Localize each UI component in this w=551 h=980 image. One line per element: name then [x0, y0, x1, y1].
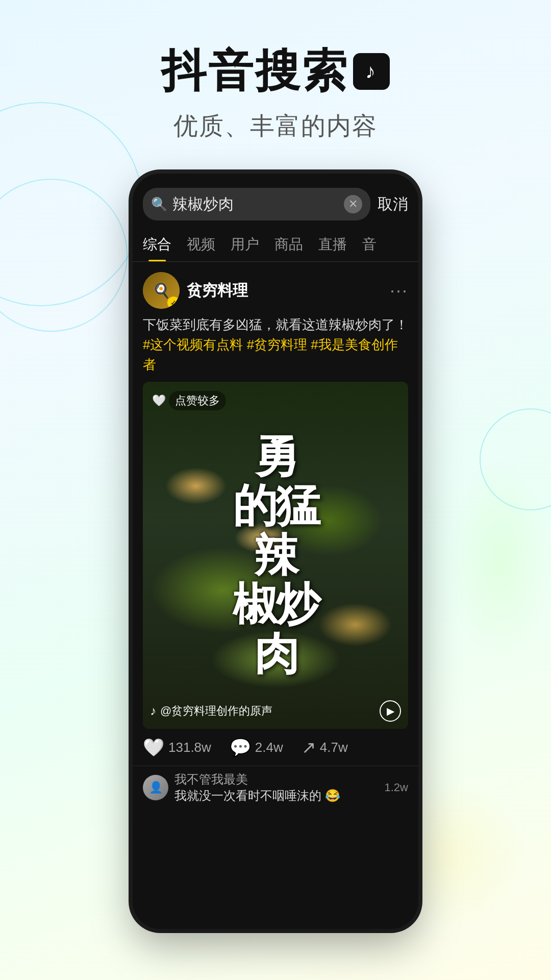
video-text-overlay: 勇的猛辣椒炒肉	[233, 432, 318, 679]
verified-badge: ✓	[167, 297, 180, 309]
comment-preview: 👤 我不管我最美 我就没一次看时不咽唾沫的 😂 1.2w	[133, 766, 418, 816]
search-bar[interactable]: 🔍 辣椒炒肉 ✕	[143, 188, 370, 220]
search-bar-container: 🔍 辣椒炒肉 ✕ 取消	[133, 174, 418, 227]
phone-mockup: 🔍 辣椒炒肉 ✕ 取消 综合 视频 用户 商品 直播 音	[133, 174, 418, 929]
tab-音[interactable]: 音	[362, 227, 377, 261]
tab-综合[interactable]: 综合	[143, 227, 171, 261]
search-icon: 🔍	[151, 197, 167, 212]
tab-商品[interactable]: 商品	[274, 227, 303, 261]
like-icon: 🤍	[143, 737, 164, 757]
tab-直播[interactable]: 直播	[318, 227, 347, 261]
username: 贫穷料理	[187, 280, 383, 301]
tab-用户[interactable]: 用户	[231, 227, 259, 261]
like-count: 131.8w	[168, 740, 211, 755]
phone-screen: 🔍 辣椒炒肉 ✕ 取消 综合 视频 用户 商品 直播 音	[133, 174, 418, 929]
app-title-container: 抖音搜索	[0, 41, 551, 102]
content-area: 🍳 ✓ 贫穷料理 ··· 下饭菜到底有多凶猛，就看这道辣椒炒肉了！ #这个视频有…	[133, 262, 418, 929]
comment-likes: 1.2w	[385, 781, 408, 794]
like-action[interactable]: 🤍 131.8w	[143, 737, 211, 757]
video-calligraphy-text: 勇的猛辣椒炒肉	[233, 432, 318, 679]
comment-action[interactable]: 💬 2.4w	[230, 737, 283, 757]
app-header: 抖音搜索 优质、丰富的内容	[0, 0, 551, 163]
play-button[interactable]: ▶	[380, 700, 401, 722]
comment-avatar: 👤	[143, 775, 168, 800]
post-hashtags[interactable]: #这个视频有点料 #贫穷料理 #我是美食创作者	[143, 337, 398, 372]
app-subtitle: 优质、丰富的内容	[0, 110, 551, 142]
comment-icon: 💬	[230, 737, 251, 757]
comment-username: 我不管我最美	[174, 771, 379, 788]
avatar: 🍳 ✓	[143, 272, 180, 309]
audio-label-container: ♪ @贫穷料理创作的原声	[150, 703, 272, 719]
comment-content: 我不管我最美 我就没一次看时不咽唾沫的 😂	[174, 771, 379, 804]
share-icon: ↗	[302, 737, 316, 757]
tabs-container: 综合 视频 用户 商品 直播 音	[133, 227, 418, 262]
post-description: 下饭菜到底有多凶猛，就看这道辣椒炒肉了！ #这个视频有点料 #贫穷料理 #我是美…	[133, 315, 418, 382]
post-description-text: 下饭菜到底有多凶猛，就看这道辣椒炒肉了！	[143, 317, 408, 332]
search-clear-button[interactable]: ✕	[344, 195, 362, 213]
badge-heart-icon: 🤍	[152, 394, 166, 407]
share-count: 4.7w	[320, 740, 348, 755]
search-cancel-button[interactable]: 取消	[378, 194, 408, 215]
post-actions: 🤍 131.8w 💬 2.4w ↗ 4.7w	[133, 729, 418, 766]
comment-text: 我就没一次看时不咽唾沫的 😂	[174, 788, 379, 804]
bg-decoration-circle-3	[480, 408, 551, 510]
video-thumbnail[interactable]: 🤍 点赞较多 勇的猛辣椒炒肉 ♪ @贫穷料理创作的原声 ▶	[143, 382, 408, 729]
post-header: 🍳 ✓ 贫穷料理 ···	[133, 262, 418, 315]
share-action[interactable]: ↗ 4.7w	[302, 737, 348, 757]
comment-item: 👤 我不管我最美 我就没一次看时不咽唾沫的 😂 1.2w	[143, 766, 408, 809]
search-query-text: 辣椒炒肉	[172, 194, 339, 215]
badge-text: 点赞较多	[169, 391, 226, 410]
tiktok-audio-icon: ♪	[150, 704, 156, 718]
bg-decoration-circle-2	[0, 179, 128, 332]
video-badge: 🤍 点赞较多	[152, 391, 226, 410]
audio-label: @贫穷料理创作的原声	[160, 703, 272, 719]
video-audio-bar: ♪ @贫穷料理创作的原声 ▶	[150, 700, 401, 722]
more-options-icon[interactable]: ···	[390, 280, 408, 301]
app-title-text: 抖音搜索	[161, 41, 349, 102]
right-glow-decoration	[449, 459, 551, 664]
tiktok-logo-icon	[353, 53, 390, 90]
tab-视频[interactable]: 视频	[187, 227, 215, 261]
comment-count: 2.4w	[255, 740, 283, 755]
